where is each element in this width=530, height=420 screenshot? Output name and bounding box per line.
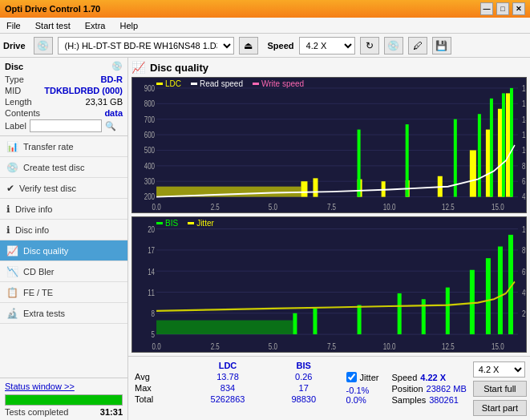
nav-drive-info[interactable]: ℹ Drive info [0, 199, 127, 220]
nav-items: 📊 Transfer rate 💿 Create test disc ✔ Ver… [0, 136, 127, 378]
drive-icon: 💿 [34, 37, 53, 55]
disc-mid-value: TDKBLDRBD (000) [44, 86, 123, 95]
transfer-rate-icon: 📊 [6, 141, 18, 152]
disc-quality-panel: 📈 Disc quality LDC Read speed [128, 58, 530, 356]
disc-length-label: Length [5, 97, 32, 107]
verify-test-disc-icon: ✔ [6, 183, 14, 194]
nav-drive-info-label: Drive info [15, 204, 52, 214]
read-speed-legend-label: Read speed [200, 79, 243, 88]
stats-row: LDC BIS Avg 13.78 0.26 Max 834 [128, 356, 530, 420]
stats-max-row: Max 834 17 [131, 382, 337, 394]
avg-ldc: 13.78 [184, 371, 271, 382]
svg-rect-32 [156, 187, 301, 197]
drive-select[interactable]: (H:) HL-DT-ST BD-RE WH16NS48 1.D3 [58, 37, 234, 55]
disc-length-value: 23,31 GB [86, 97, 123, 107]
nav-create-test-disc[interactable]: 💿 Create test disc [0, 157, 127, 178]
disc-type-value: BD-R [101, 75, 123, 84]
svg-rect-82 [470, 270, 475, 334]
legend-write-speed: Write speed [253, 79, 304, 88]
create-test-disc-icon: 💿 [6, 162, 18, 173]
svg-text:14: 14 [148, 266, 155, 277]
nav-disc-info[interactable]: ℹ Disc info [0, 220, 127, 240]
legend-bis: BIS [156, 219, 178, 228]
disc-panel: Disc 💿 Type BD-R MID TDKBLDRBD (000) Len… [0, 58, 127, 136]
app-title: Opti Drive Control 1.70 [5, 4, 100, 14]
ldc-legend-dot [156, 83, 163, 85]
svg-text:2.5: 2.5 [211, 203, 220, 212]
nav-disc-quality[interactable]: 📈 Disc quality [0, 240, 127, 261]
menu-help[interactable]: Help [116, 19, 141, 32]
jitter-section: Jitter -0.1% 0.0% [340, 360, 386, 417]
refresh-button[interactable]: ↻ [360, 37, 379, 55]
eject-button[interactable]: ⏏ [239, 37, 258, 55]
svg-rect-76 [293, 313, 297, 334]
svg-text:600: 600 [144, 131, 155, 139]
max-bis: 17 [271, 382, 337, 394]
disc-panel-title: Disc [5, 62, 23, 71]
disc-label-icon[interactable]: 🔍 [105, 121, 116, 131]
col-header-empty [131, 360, 184, 371]
svg-text:10%: 10% [522, 224, 526, 234]
minimize-button[interactable]: — [480, 2, 493, 15]
samples-row: Samples 380261 [391, 395, 466, 405]
svg-text:5.0: 5.0 [269, 203, 277, 212]
maximize-button[interactable]: □ [496, 2, 509, 15]
menu-file[interactable]: File [3, 19, 24, 32]
start-part-button[interactable]: Start part [473, 400, 527, 416]
start-full-button[interactable]: Start full [473, 381, 527, 397]
svg-text:800: 800 [144, 99, 155, 108]
menu-extra[interactable]: Extra [82, 19, 109, 32]
jitter-checkbox[interactable] [346, 372, 357, 382]
svg-text:15.0: 15.0 [492, 341, 504, 352]
svg-rect-46 [478, 114, 481, 196]
title-bar: Opti Drive Control 1.70 — □ ✕ [0, 0, 530, 18]
svg-text:500: 500 [144, 146, 155, 155]
disc-contents-value: data [104, 108, 123, 118]
speed-display-row: Speed 4.22 X [391, 373, 466, 382]
svg-text:5: 5 [152, 329, 156, 340]
nav-fe-te-label: FE / TE [23, 288, 53, 297]
svg-rect-77 [313, 309, 317, 334]
svg-text:6X: 6X [522, 177, 526, 186]
nav-extra-tests[interactable]: 🔬 Extra tests [0, 303, 127, 324]
speed-display-value: 4.22 X [420, 373, 446, 382]
fe-te-icon: 📋 [6, 287, 18, 298]
nav-create-test-disc-label: Create test disc [23, 163, 84, 172]
status-text-row: Tests completed 31:31 [5, 407, 123, 417]
drive-btn2[interactable]: 💿 [384, 37, 403, 55]
jitter-avg: -0.1% [346, 386, 379, 395]
svg-text:14X: 14X [522, 115, 526, 124]
close-button[interactable]: ✕ [512, 2, 525, 15]
disc-type-row: Type BD-R [5, 75, 123, 84]
legend-jitter: Jitter [188, 219, 214, 228]
speed-select[interactable]: 4.2 X [299, 37, 355, 55]
disc-label-input[interactable] [30, 119, 102, 132]
samples-label: Samples [391, 395, 426, 405]
write-speed-legend-label: Write speed [261, 79, 304, 88]
svg-text:15.0: 15.0 [492, 203, 504, 212]
nav-verify-test-disc[interactable]: ✔ Verify test disc [0, 178, 127, 199]
svg-rect-80 [422, 299, 426, 334]
bis-legend-label: BIS [165, 219, 178, 228]
status-window-button[interactable]: Status window >> [5, 382, 75, 391]
svg-text:400: 400 [144, 162, 155, 171]
nav-cd-bler[interactable]: 📉 CD Bler [0, 261, 127, 282]
nav-transfer-rate[interactable]: 📊 Transfer rate [0, 136, 127, 157]
svg-rect-79 [398, 293, 402, 334]
svg-text:2%: 2% [522, 309, 526, 319]
disc-panel-header: Disc 💿 [5, 61, 123, 71]
svg-text:0.0: 0.0 [152, 203, 160, 212]
speed-dropdown[interactable]: 4.2 X [473, 361, 525, 378]
nav-disc-quality-label: Disc quality [23, 246, 68, 256]
save-button[interactable]: 💾 [432, 37, 451, 55]
drive-btn3[interactable]: 🖊 [408, 37, 427, 55]
ldc-legend-label: LDC [165, 79, 181, 88]
status-text: Tests completed [5, 407, 68, 417]
svg-text:0.0: 0.0 [152, 341, 160, 352]
svg-text:17: 17 [148, 245, 155, 256]
nav-fe-te[interactable]: 📋 FE / TE [0, 282, 127, 303]
top-chart-svg: 900 800 700 600 500 400 300 200 18X 16X … [132, 78, 526, 212]
svg-text:10.0: 10.0 [383, 203, 396, 212]
svg-rect-34 [313, 178, 318, 196]
menu-start-test[interactable]: Start test [32, 19, 74, 32]
